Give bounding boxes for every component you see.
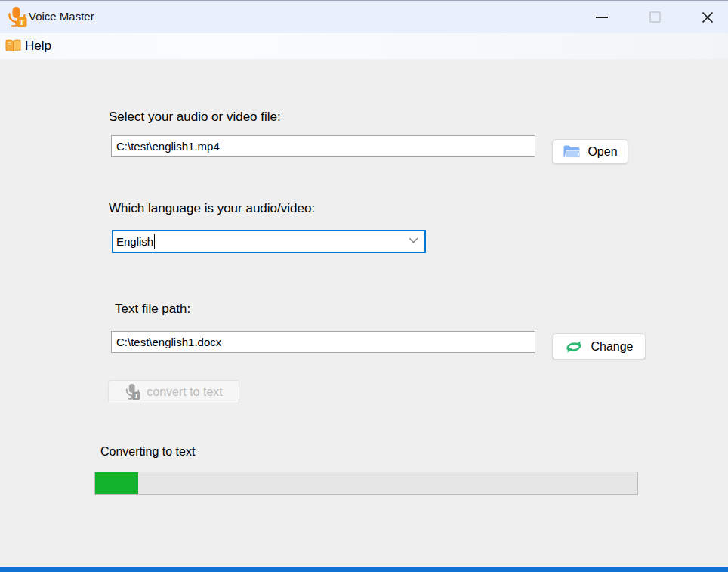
maximize-button[interactable] bbox=[637, 1, 672, 33]
change-button-label: Change bbox=[591, 340, 633, 354]
open-button-label: Open bbox=[588, 145, 617, 159]
file-select-label: Select your audio or video file: bbox=[109, 110, 281, 125]
menu-item-label: Help bbox=[25, 39, 51, 54]
language-label: Which language is your audio/video: bbox=[109, 201, 315, 216]
close-button[interactable] bbox=[690, 1, 725, 33]
chevron-down-icon bbox=[409, 237, 418, 244]
menubar: Help bbox=[0, 33, 728, 59]
output-path-input[interactable] bbox=[111, 331, 535, 353]
menu-item-help[interactable]: Help bbox=[2, 36, 57, 56]
svg-text:T: T bbox=[19, 17, 25, 26]
close-icon bbox=[702, 11, 714, 23]
taskbar-strip bbox=[0, 567, 728, 572]
language-combobox[interactable]: English bbox=[112, 230, 426, 253]
file-path-input[interactable] bbox=[111, 135, 535, 157]
maximize-icon bbox=[649, 11, 661, 23]
text-file-path-label: Text file path: bbox=[115, 301, 190, 317]
svg-text:T: T bbox=[134, 392, 139, 400]
microphone-text-icon: T bbox=[125, 383, 140, 400]
titlebar: T Voice Master bbox=[0, 1, 728, 33]
sync-arrows-icon bbox=[564, 339, 584, 355]
convert-button-label: convert to text bbox=[147, 385, 223, 399]
minimize-icon bbox=[596, 17, 608, 18]
progress-status-label: Converting to text bbox=[100, 445, 195, 459]
progress-fill bbox=[95, 472, 138, 494]
voice-master-window: T Voice Master Help Sel bbox=[0, 0, 728, 572]
folder-open-icon bbox=[563, 144, 581, 159]
change-button[interactable]: Change bbox=[552, 333, 646, 360]
progress-bar bbox=[94, 472, 638, 495]
open-button[interactable]: Open bbox=[552, 139, 628, 164]
window-title: Voice Master bbox=[29, 10, 94, 23]
convert-to-text-button[interactable]: T convert to text bbox=[108, 380, 239, 403]
language-value: English bbox=[116, 235, 153, 248]
text-caret bbox=[154, 234, 155, 249]
book-icon bbox=[5, 39, 21, 53]
microphone-text-icon: T bbox=[7, 6, 27, 28]
minimize-button[interactable] bbox=[585, 1, 619, 33]
